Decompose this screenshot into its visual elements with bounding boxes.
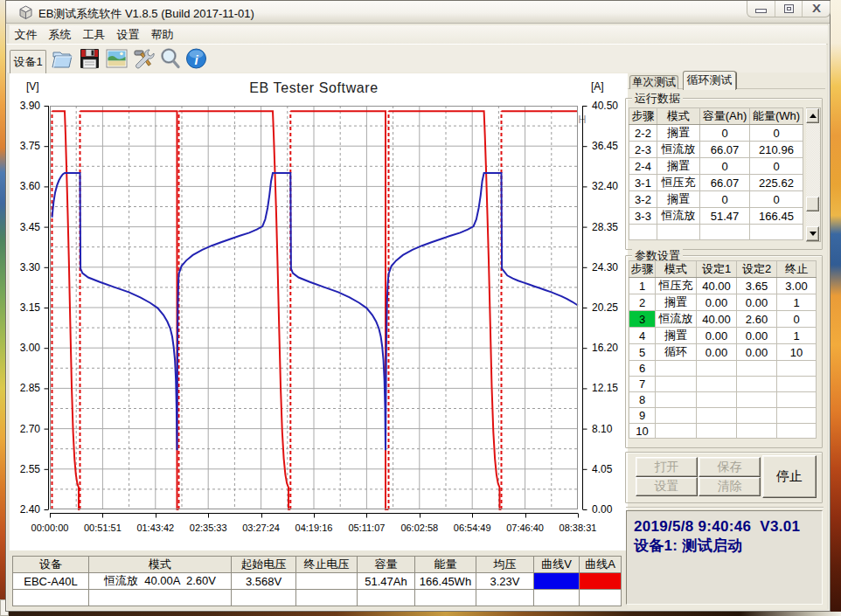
tab-single-test[interactable]: 单次测试 — [629, 75, 678, 89]
y-left-tick: 3.30 — [10, 261, 40, 273]
scroll-up-icon — [810, 114, 817, 118]
table-row[interactable]: 2-2搁置00 — [629, 125, 803, 142]
device-table-header: 设备模式起始电压终止电压容量能量均压曲线V曲线A — [13, 557, 622, 573]
device-col-header: 均压 — [476, 557, 534, 573]
col-header: 模式 — [657, 108, 700, 125]
col-header: 步骤 — [629, 108, 657, 125]
screen: EB测试系统软件 V1.8.5 (Build 2017-11-01) X 文件系… — [0, 0, 841, 616]
bottom-panel: 设备模式起始电压终止电压容量能量均压曲线V曲线A EBC-A40L恒流放 40.… — [9, 550, 628, 609]
x-tick: 08:38:31 — [547, 523, 608, 533]
running-data-label: 运行数据 — [632, 91, 683, 107]
curve-v-swatch — [534, 573, 580, 590]
scroll-thumb[interactable] — [806, 197, 819, 211]
table-row[interactable]: 2搁置0.000.001 — [629, 294, 817, 311]
y-left-tick: 3.00 — [10, 342, 40, 354]
device-col-header: 起始电压 — [232, 557, 296, 573]
status-timestamp: 2019/5/8 9:40:46 V3.01 — [634, 517, 815, 536]
open-button[interactable]: 打开 — [636, 457, 698, 477]
running-data-table[interactable]: 步骤模式容量(Ah)能量(Wh)2-2搁置002-3恒流放66.07210.96… — [629, 107, 803, 240]
table-row[interactable]: 3恒流放40.002.600 — [629, 311, 817, 328]
status-box: 2019/5/8 9:40:46 V3.01 设备1: 测试启动 — [626, 510, 823, 605]
y-left-tick: 3.45 — [10, 221, 40, 233]
device-col-header: 曲线V — [534, 557, 580, 573]
table-row[interactable] — [629, 225, 803, 240]
scroll-up-button[interactable] — [806, 108, 819, 123]
table-row[interactable]: 8 — [629, 391, 817, 407]
params-table[interactable]: 步骤模式设定1设定2终止1恒压充40.003.653.002搁置0.000.00… — [629, 260, 817, 439]
curve-a-swatch — [580, 573, 622, 590]
device-table-empty-row — [13, 590, 622, 606]
device-col-header: 曲线A — [580, 557, 622, 573]
table-row[interactable]: 10 — [629, 423, 817, 439]
table-row[interactable]: 3-2搁置00 — [629, 191, 803, 208]
separator-line — [626, 507, 824, 509]
col-header: 步骤 — [629, 261, 656, 278]
y-left-tick: 3.90 — [10, 100, 40, 112]
device-col-header: 设备 — [13, 557, 89, 573]
table-row[interactable]: 6 — [629, 361, 817, 377]
device-status-table[interactable]: 设备模式起始电压终止电压容量能量均压曲线V曲线A EBC-A40L恒流放 40.… — [12, 556, 622, 606]
y-right-tick: 0.00 — [592, 503, 630, 516]
table-row[interactable]: 3-1恒压充66.07225.62 — [629, 175, 803, 191]
y-left-tick: 3.15 — [10, 301, 40, 314]
clear-button[interactable]: 清除 — [699, 477, 761, 496]
table-row[interactable]: 4搁置0.000.001 — [629, 328, 817, 344]
device-col-header: 模式 — [89, 557, 232, 573]
running-table-scrollbar[interactable] — [806, 107, 821, 242]
scroll-down-icon — [810, 232, 817, 236]
device-col-header: 能量 — [415, 557, 476, 573]
control-panel: 单次测试 循环测试 运行数据 步骤模式容量(Ah)能量(Wh)2-2搁置002-… — [628, 73, 827, 609]
col-header: 设定1 — [697, 261, 737, 278]
table-row[interactable]: 5循环0.000.0010 — [629, 344, 817, 361]
stop-button[interactable]: 停止 — [762, 455, 817, 498]
status-message: 设备1: 测试启动 — [634, 536, 815, 556]
table-row[interactable]: 9 — [629, 407, 817, 423]
col-header: 模式 — [656, 261, 697, 278]
table-row[interactable]: 1恒压充40.003.653.00 — [629, 278, 817, 294]
table-row[interactable]: 2-3恒流放66.07210.96 — [629, 142, 803, 158]
device-table-row: EBC-A40L恒流放 40.00A 2.60V3.568V51.47Ah166… — [13, 573, 622, 590]
save-button[interactable]: 保存 — [699, 457, 761, 477]
y-left-tick: 2.40 — [10, 503, 40, 516]
col-header: 设定2 — [737, 261, 777, 278]
col-header: 终止 — [777, 261, 817, 278]
col-header: 能量(Wh) — [750, 108, 803, 125]
set-button[interactable]: 设置 — [636, 477, 698, 496]
table-row[interactable]: 7 — [629, 376, 817, 391]
active-step-cell: 3 — [629, 311, 656, 328]
col-header: 容量(Ah) — [700, 108, 750, 125]
device-col-header: 容量 — [358, 557, 415, 573]
device-col-header: 终止电压 — [296, 557, 358, 573]
y-left-tick: 2.70 — [10, 423, 40, 435]
y-left-tick: 2.55 — [10, 463, 40, 475]
table-row[interactable]: 3-3恒流放51.47166.45 — [629, 208, 803, 225]
y-left-tick: 3.60 — [10, 180, 40, 192]
tab-cycle-test[interactable]: 循环测试 — [683, 71, 736, 90]
table-row[interactable]: 2-4搁置00 — [629, 158, 803, 175]
scroll-down-button[interactable] — [806, 226, 819, 241]
y-left-tick: 3.75 — [10, 140, 40, 152]
y-left-tick: 2.85 — [10, 382, 40, 394]
